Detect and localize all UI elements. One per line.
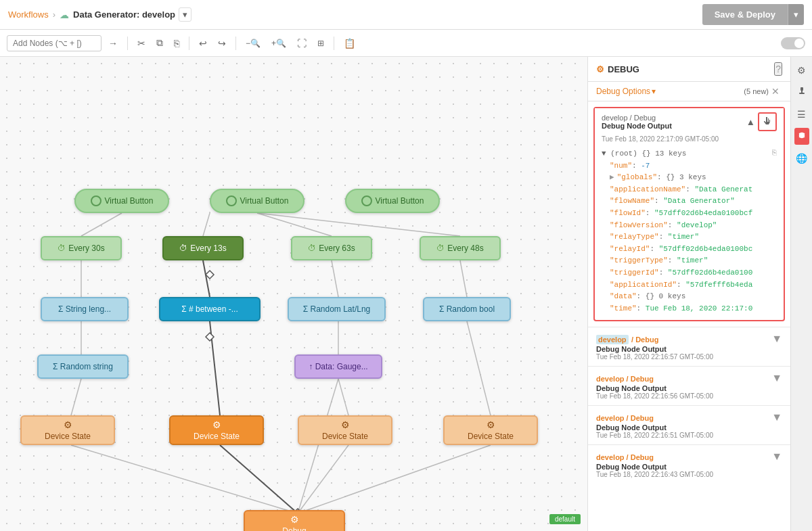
- svg-rect-23: [800, 87, 803, 91]
- top-bar: Workflows › ☁ Data Generator: develop ▾ …: [0, 0, 812, 30]
- svg-line-6: [332, 260, 338, 297]
- vb2-label: Virtual Button: [240, 196, 289, 206]
- math-string-len[interactable]: Σ String leng...: [41, 297, 129, 321]
- save-deploy-dropdown[interactable]: ▾: [788, 4, 804, 25]
- t3-label: Every 63s: [319, 244, 355, 253]
- enable-toggle[interactable]: [781, 37, 805, 49]
- zoom-in-btn[interactable]: +🔍: [267, 36, 290, 51]
- svg-marker-19: [206, 271, 214, 279]
- device-state-3[interactable]: ⚙ Device State: [298, 415, 392, 445]
- toolbar-sep-4: [334, 37, 334, 50]
- math-random-lat[interactable]: Σ Random Lat/Lng: [288, 297, 386, 321]
- debug-node[interactable]: ⚙ Debug: [244, 510, 345, 531]
- debug-log-item-3[interactable]: ▼ develop / Debug Debug Node Output Tue …: [588, 405, 790, 444]
- svg-line-14: [220, 445, 298, 513]
- copy-btn[interactable]: ⧉: [152, 34, 167, 51]
- json-copy-btn[interactable]: ⎘: [772, 148, 777, 156]
- log4-time: Tue Feb 18, 2020 22:16:43 GMT-05:00: [596, 471, 782, 478]
- toolbar-sep-3: [235, 37, 236, 50]
- vb2-icon: [226, 195, 237, 206]
- virtual-button-2[interactable]: Virtual Button: [210, 189, 304, 213]
- plug-icon: [797, 87, 807, 96]
- debug-log-item-2[interactable]: ▼ develop / Debug Debug Node Output Tue …: [588, 366, 790, 405]
- debug-sidebar: ⚙ DEBUG ? Debug Options ▾ (5 new) ✕ deve…: [587, 57, 790, 531]
- t4-icon: ⏱: [436, 244, 445, 253]
- workflows-link[interactable]: Workflows: [8, 9, 49, 20]
- note-btn[interactable]: 📋: [340, 35, 359, 51]
- json-root-label: ▼ (root) {} 13 keys: [602, 148, 777, 160]
- debug-output-panel-1[interactable]: develop / Debug Debug Node Output ▲ Tue …: [593, 107, 785, 321]
- debug-output-info: develop / Debug Debug Node Output: [602, 114, 672, 130]
- device-state-2[interactable]: ⚙ Device State: [169, 415, 264, 445]
- debug-log-item-4[interactable]: ▼ develop / Debug Debug Node Output Tue …: [588, 444, 790, 484]
- zoom-out-btn[interactable]: −🔍: [242, 36, 265, 51]
- math-random-bool[interactable]: Σ Random bool: [423, 297, 511, 321]
- virtual-button-3[interactable]: Virtual Button: [345, 189, 440, 213]
- math-random-string[interactable]: Σ Random string: [37, 354, 129, 379]
- data-gauge[interactable]: ↑ Data: Gauge...: [294, 354, 382, 379]
- debug-close-btn[interactable]: ✕: [769, 86, 782, 97]
- settings-tool-btn[interactable]: ⚙: [794, 62, 809, 78]
- ds1-label: Device State: [45, 432, 91, 441]
- t2-label: Every 13s: [190, 244, 226, 253]
- debug-output-header: develop / Debug Debug Node Output ▲: [595, 108, 784, 135]
- ds1-icon: ⚙: [64, 419, 72, 430]
- json-line-data: "data": {} 0 keys: [610, 291, 777, 303]
- debug-help-btn[interactable]: ?: [774, 62, 782, 76]
- arrow-right-btn[interactable]: →: [104, 35, 122, 51]
- toolbar-sep-2: [189, 37, 189, 50]
- log2-env: develop / Debug: [596, 375, 654, 383]
- debug-log-scroll[interactable]: ▼ develop / Debug Debug Node Output Tue …: [588, 327, 790, 531]
- toolbar: → ✂ ⧉ ⎘ ↩ ↪ −🔍 +🔍 ⛶ ⊞ 📋: [0, 30, 812, 57]
- hand-cursor-icon: [762, 116, 773, 127]
- zoom-100-btn[interactable]: ⊞: [313, 36, 328, 51]
- stack-tool-btn[interactable]: ☰: [794, 106, 809, 122]
- debug-tool-btn[interactable]: [794, 128, 809, 145]
- log4-env: develop / Debug: [596, 453, 654, 461]
- svg-line-10: [210, 321, 220, 415]
- json-line-relaytype: "relayType": "timer": [610, 231, 777, 244]
- debug-options-link[interactable]: Debug Options ▾: [596, 87, 656, 96]
- device-state-4[interactable]: ⚙ Device State: [443, 415, 538, 445]
- virtual-button-1[interactable]: Virtual Button: [74, 189, 169, 213]
- math-between[interactable]: Σ # between -...: [159, 297, 261, 321]
- m3-label: Σ Random Lat/Lng: [303, 304, 370, 314]
- save-deploy-group: Save & Deploy ▾: [702, 4, 804, 25]
- timer-63s[interactable]: ⏱ Every 63s: [291, 236, 372, 260]
- save-deploy-button[interactable]: Save & Deploy: [702, 4, 788, 25]
- svg-line-0: [81, 213, 122, 236]
- vb3-icon: [361, 195, 372, 206]
- json-line-relayid: "relayId": "57dff02d6b4eda0100bc: [610, 244, 777, 256]
- t3-icon: ⏱: [308, 244, 316, 253]
- device-state-1[interactable]: ⚙ Device State: [20, 415, 115, 445]
- log3-time: Tue Feb 18, 2020 22:16:51 GMT-05:00: [596, 432, 782, 439]
- debug-scroll-up-btn[interactable]: ▲: [746, 117, 755, 127]
- new-count-badge: (5 new): [744, 87, 769, 95]
- svg-line-12: [338, 379, 348, 415]
- svg-rect-25: [799, 93, 805, 94]
- toggle-knob: [794, 39, 804, 48]
- undo-btn[interactable]: ↩: [195, 35, 211, 51]
- connections-svg: [0, 57, 587, 531]
- title-dropdown-btn[interactable]: ▾: [179, 7, 191, 22]
- right-tools-rail: ⚙ ☰ 🌐: [790, 57, 812, 531]
- log3-type: Debug Node Output: [596, 423, 782, 432]
- default-badge: default: [549, 514, 581, 524]
- fit-btn[interactable]: ⛶: [293, 35, 311, 51]
- svg-marker-20: [206, 333, 214, 341]
- add-nodes-input[interactable]: [7, 35, 102, 51]
- log4-type: Debug Node Output: [596, 463, 782, 471]
- canvas-area[interactable]: Virtual Button Virtual Button Virtual Bu…: [0, 57, 587, 531]
- debug-log-item-1[interactable]: ▼ develop / Debug Debug Node Output Tue …: [588, 327, 790, 366]
- globe-tool-btn[interactable]: 🌐: [793, 150, 810, 166]
- log4-arrow: ▼: [771, 451, 782, 463]
- svg-line-9: [71, 379, 81, 415]
- cut-btn[interactable]: ✂: [133, 35, 150, 51]
- redo-btn[interactable]: ↪: [214, 35, 230, 51]
- timer-30s[interactable]: ⏱ Every 30s: [41, 236, 122, 260]
- paste-btn[interactable]: ⎘: [170, 35, 183, 51]
- plugin-tool-btn[interactable]: [794, 84, 809, 101]
- ds3-label: Device State: [322, 432, 368, 441]
- timer-13s[interactable]: ⏱ Every 13s: [162, 236, 244, 260]
- timer-48s[interactable]: ⏱ Every 48s: [420, 236, 501, 260]
